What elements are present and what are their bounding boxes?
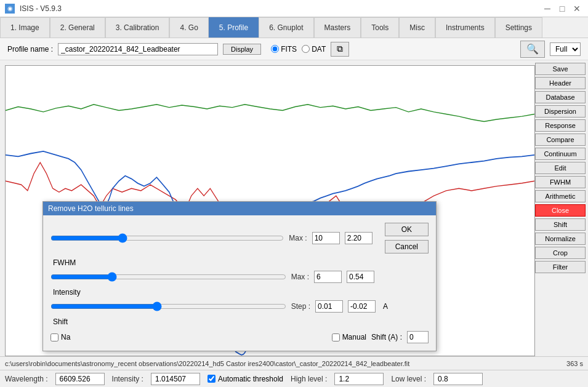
auto-threshold-input[interactable] — [207, 375, 215, 383]
na-label: Na — [61, 333, 70, 341]
unit-label: A — [383, 302, 388, 311]
app: ◉ ISIS - V5.9.3 ─ □ ✕ 1. Image2. General… — [0, 0, 588, 387]
statusbar: c:\users\robin\documents\astronomy_recen… — [0, 356, 588, 370]
na-checkbox[interactable]: Na — [50, 333, 70, 341]
chart-wrapper: Remove H2O telluric lines Max : — [2, 63, 533, 354]
titlebar: ◉ ISIS - V5.9.3 ─ □ ✕ — [0, 0, 588, 17]
intensity-input[interactable] — [151, 373, 200, 385]
format-radio-group: FITS DAT — [271, 45, 326, 54]
shift-button[interactable]: Shift — [535, 218, 586, 231]
wavelength-label: Wavelength : — [5, 375, 48, 383]
menu-tab-profile[interactable]: 5. Profile — [209, 17, 259, 38]
dat-radio-input[interactable] — [302, 45, 310, 53]
titlebar-left: ◉ ISIS - V5.9.3 — [5, 4, 62, 14]
intensity-label: Intensity : — [112, 375, 143, 383]
menu-tabs: 1. Image2. General3. Calibration4. Go5. … — [0, 17, 588, 38]
cancel-button[interactable]: Cancel — [385, 240, 429, 253]
titlebar-controls: ─ □ ✕ — [541, 2, 583, 15]
arithmetic-button[interactable]: Arithmetic — [535, 190, 586, 202]
dispersion-button[interactable]: Dispersion — [535, 105, 586, 118]
intensity-max-label: Max : — [291, 273, 309, 281]
content-area: Remove H2O telluric lines Max : — [0, 60, 588, 356]
app-icon: ◉ — [5, 4, 15, 14]
close-button[interactable]: ✕ — [571, 2, 583, 15]
continuum-button[interactable]: Continuum — [535, 148, 586, 160]
menu-tab-instruments[interactable]: Instruments — [435, 17, 495, 38]
statusbar-path: c:\users\robin\documents\astronomy_recen… — [5, 360, 562, 367]
copy-button[interactable]: ⧉ — [331, 42, 349, 57]
menu-tab-calibration[interactable]: 3. Calibration — [105, 17, 170, 38]
dialog-title: Remove H2O telluric lines — [48, 204, 134, 213]
fwhm-row: Max : OK Cancel — [50, 223, 429, 253]
shift-a-input[interactable] — [407, 331, 429, 343]
compare-button[interactable]: Compare — [535, 134, 586, 146]
normalize-button[interactable]: Normalize — [535, 233, 586, 245]
fwhm-value-input[interactable] — [345, 232, 373, 244]
menu-tab-go[interactable]: 4. Go — [169, 17, 208, 38]
menu-tab-misc[interactable]: Misc — [399, 17, 435, 38]
menu-tab-tools[interactable]: Tools — [361, 17, 399, 38]
shift-row: Step : A — [50, 300, 429, 313]
response-button[interactable]: Response — [535, 119, 586, 132]
fits-radio-input[interactable] — [271, 45, 279, 53]
wavelength-input[interactable] — [55, 373, 105, 385]
fwhm-slider-container — [50, 233, 284, 243]
database-button[interactable]: Database — [535, 91, 586, 103]
dialog-titlebar: Remove H2O telluric lines — [43, 202, 436, 215]
menu-tab-image[interactable]: 1. Image — [0, 17, 50, 38]
intensity-value-input[interactable] — [347, 271, 374, 283]
close-button[interactable]: Close — [535, 204, 586, 217]
crop-button[interactable]: Crop — [535, 247, 586, 259]
search-button[interactable]: 🔍 — [520, 41, 545, 58]
shift-value-input[interactable] — [348, 300, 376, 313]
dat-radio[interactable]: DAT — [302, 45, 326, 54]
display-button[interactable]: Display — [223, 44, 261, 55]
shift-slider[interactable] — [50, 301, 286, 311]
manual-checkbox[interactable]: Manual — [332, 333, 366, 341]
manual-label: Manual — [342, 333, 366, 341]
dialog-content: Max : OK Cancel FWHM — [43, 215, 436, 351]
auto-threshold-label: Automatic threshold — [218, 375, 283, 383]
ok-button[interactable]: OK — [385, 223, 429, 236]
fwhm-max-input[interactable] — [312, 232, 340, 244]
high-level-input[interactable] — [334, 373, 384, 385]
profile-name-input[interactable] — [58, 43, 218, 55]
toolbar: Profile name : Display FITS DAT ⧉ 🔍 Full — [0, 38, 588, 60]
step-input[interactable] — [315, 300, 343, 313]
app-title: ISIS - V5.9.3 — [20, 4, 62, 13]
filter-button[interactable]: Filter — [535, 261, 586, 273]
manual-group: Manual Shift (A) : — [332, 331, 429, 343]
h2o-dialog: Remove H2O telluric lines Max : — [42, 201, 437, 351]
dialog-bottom: Na Manual Shift (A) : — [50, 331, 429, 343]
right-panel: SaveHeaderDatabaseDispersionResponseComp… — [533, 60, 588, 356]
save-button[interactable]: Save — [535, 63, 586, 75]
edit-button[interactable]: Edit — [535, 162, 586, 174]
fits-label: FITS — [281, 45, 297, 54]
intensity-slider[interactable] — [50, 272, 286, 282]
maximize-button[interactable]: □ — [556, 2, 568, 15]
na-checkbox-input[interactable] — [50, 333, 58, 341]
minimize-button[interactable]: ─ — [541, 2, 554, 15]
profile-name-label: Profile name : — [7, 45, 53, 54]
low-level-input[interactable] — [433, 373, 483, 385]
shift-label: Shift — [53, 317, 429, 326]
dat-label: DAT — [312, 45, 326, 54]
bottombar: Wavelength : Intensity : Automatic thres… — [0, 370, 588, 387]
step-label: Step : — [291, 302, 310, 311]
fwhm-slider[interactable] — [50, 233, 284, 243]
shift-a-label: Shift (A) : — [371, 333, 402, 341]
view-select[interactable]: Full — [550, 42, 581, 56]
header-button[interactable]: Header — [535, 77, 586, 89]
auto-threshold-checkbox[interactable]: Automatic threshold — [207, 375, 283, 383]
manual-checkbox-input[interactable] — [332, 333, 340, 341]
intensity-max-input[interactable] — [314, 271, 342, 283]
menu-tab-gnuplot[interactable]: 6. Gnuplot — [259, 17, 313, 38]
shift-slider-container — [50, 301, 286, 311]
menu-tab-settings[interactable]: Settings — [495, 17, 542, 38]
statusbar-time: 363 s — [566, 360, 583, 367]
fwhm-button[interactable]: FWHM — [535, 176, 586, 188]
menu-tab-general[interactable]: 2. General — [50, 17, 105, 38]
menu-tab-masters[interactable]: Masters — [314, 17, 361, 38]
fits-radio[interactable]: FITS — [271, 45, 297, 54]
high-level-label: High level : — [291, 375, 327, 383]
